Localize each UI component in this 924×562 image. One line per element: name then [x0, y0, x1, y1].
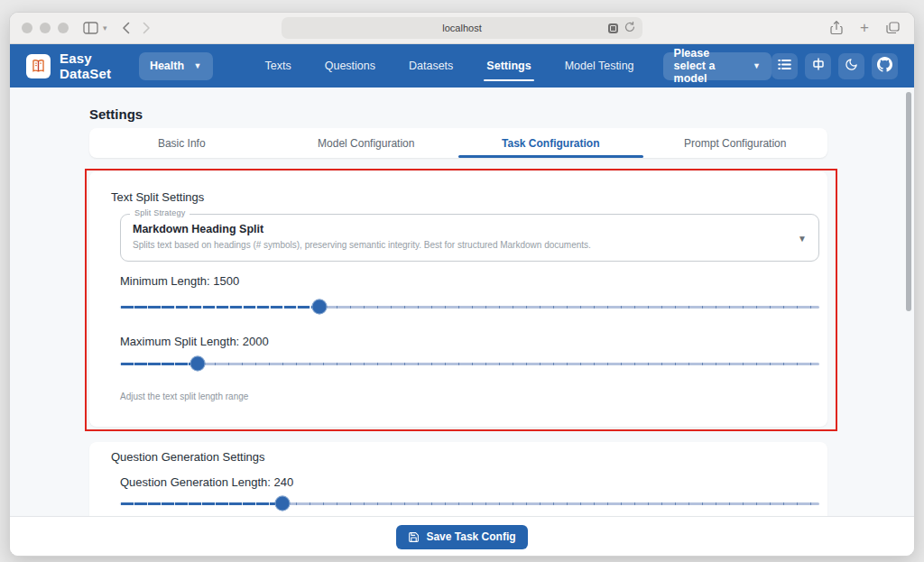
- list-icon: [778, 58, 791, 74]
- minimize-button[interactable]: [40, 23, 51, 33]
- screen: ▾ localhost: [0, 0, 924, 562]
- nav-item-texts[interactable]: Texts: [265, 60, 291, 72]
- nav-item-settings[interactable]: Settings: [486, 60, 531, 72]
- save-button-label: Save Task Config: [426, 530, 515, 543]
- address-bar[interactable]: localhost: [282, 17, 642, 39]
- new-tab-icon[interactable]: +: [860, 19, 869, 37]
- tab-model-configuration[interactable]: Model Configuration: [274, 128, 459, 158]
- task-list-button[interactable]: [772, 53, 798, 79]
- tabs-overview-icon[interactable]: [886, 22, 900, 34]
- text-split-settings-heading: Text Split Settings: [111, 190, 204, 204]
- github-icon: [877, 57, 892, 76]
- text-split-settings-card: Text Split Settings Split Strategy Markd…: [89, 171, 827, 427]
- tab-prompt-configuration[interactable]: Prompt Configuration: [643, 128, 828, 158]
- chevron-down-icon[interactable]: ▾: [103, 23, 107, 32]
- model-select[interactable]: Please select a model ▼: [663, 52, 772, 80]
- save-icon: [408, 531, 420, 543]
- theme-toggle-button[interactable]: [838, 53, 864, 79]
- split-strategy-description: Splits text based on headings (# symbols…: [133, 240, 591, 250]
- close-button[interactable]: [22, 23, 32, 33]
- browser-window: ▾ localhost: [9, 12, 915, 557]
- nav-item-model-testing[interactable]: Model Testing: [565, 60, 634, 72]
- extension-icon[interactable]: [608, 23, 618, 33]
- min-length-slider[interactable]: [120, 299, 819, 314]
- app-logo[interactable]: [26, 54, 51, 78]
- browser-toolbar: ▾ localhost: [10, 13, 914, 44]
- chevron-down-icon: ▼: [753, 61, 761, 70]
- project-select[interactable]: Health ▼: [139, 52, 213, 80]
- page-scrollbar[interactable]: [906, 92, 911, 311]
- moon-icon: [845, 58, 858, 75]
- split-strategy-select[interactable]: Split Strategy Markdown Heading Split Sp…: [120, 214, 819, 262]
- question-generation-length-label: Question Generation Length: 240: [120, 475, 293, 489]
- share-icon[interactable]: [830, 21, 843, 35]
- back-icon[interactable]: [122, 22, 130, 34]
- question-generation-length-slider[interactable]: [120, 496, 819, 511]
- app-navbar: Easy DataSet Health ▼ Texts Questions Da…: [10, 44, 914, 88]
- footer-bar: Save Task Config: [10, 516, 914, 557]
- project-select-value: Health: [150, 60, 184, 72]
- question-generation-settings-card: Question Generation Settings Question Ge…: [89, 442, 827, 516]
- nav-item-questions[interactable]: Questions: [325, 60, 375, 72]
- nav-item-datasets[interactable]: Datasets: [409, 60, 453, 72]
- tab-basic-info[interactable]: Basic Info: [89, 128, 274, 158]
- model-select-placeholder: Please select a model: [674, 47, 745, 85]
- chevron-down-icon: ▼: [194, 61, 202, 70]
- brand-title: Easy DataSet: [60, 51, 117, 81]
- language-button[interactable]: [805, 53, 831, 79]
- url-text: localhost: [442, 23, 481, 33]
- slider-thumb[interactable]: [274, 496, 290, 511]
- split-strategy-label: Split Strategy: [130, 208, 189, 217]
- save-task-config-button[interactable]: Save Task Config: [396, 525, 527, 549]
- reload-icon[interactable]: [624, 22, 635, 34]
- split-strategy-value: Markdown Heading Split: [133, 223, 263, 235]
- slider-thumb[interactable]: [190, 356, 206, 372]
- settings-tabs: Basic Info Model Configuration Task Conf…: [89, 128, 827, 158]
- split-range-helper-text: Adjust the text split length range: [120, 392, 248, 401]
- min-length-label: Minimum Length: 1500: [120, 274, 239, 288]
- nav-links: Texts Questions Datasets Settings Model …: [265, 60, 634, 72]
- page-title: Settings: [89, 106, 143, 122]
- sidebar-icon[interactable]: [83, 22, 98, 34]
- max-length-label: Maximum Split Length: 2000: [120, 335, 269, 348]
- chevron-down-icon: ▼: [798, 233, 807, 243]
- forward-icon[interactable]: [143, 22, 151, 34]
- maximize-button[interactable]: [58, 23, 69, 33]
- translate-icon: [812, 58, 825, 74]
- tab-task-configuration[interactable]: Task Configuration: [458, 128, 643, 158]
- max-length-slider[interactable]: [120, 356, 819, 371]
- github-button[interactable]: [872, 53, 898, 79]
- traffic-lights[interactable]: [22, 23, 69, 33]
- main-content: Settings Basic Info Model Configuration …: [10, 88, 914, 516]
- slider-thumb[interactable]: [311, 299, 327, 315]
- question-generation-heading: Question Generation Settings: [111, 450, 265, 464]
